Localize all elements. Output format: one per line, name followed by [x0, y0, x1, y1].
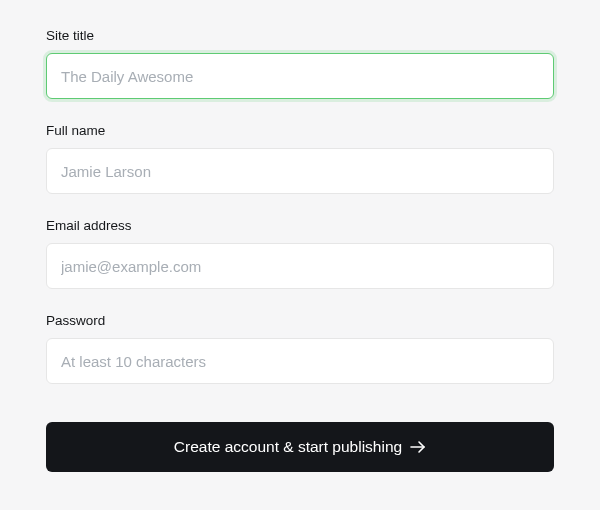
full-name-field: Full name	[46, 123, 554, 194]
email-label: Email address	[46, 218, 554, 233]
full-name-input[interactable]	[46, 148, 554, 194]
arrow-right-icon	[410, 440, 426, 454]
setup-form: Site title Full name Email address Passw…	[46, 28, 554, 472]
password-field: Password	[46, 313, 554, 384]
create-account-button[interactable]: Create account & start publishing	[46, 422, 554, 472]
site-title-field: Site title	[46, 28, 554, 99]
password-label: Password	[46, 313, 554, 328]
email-input[interactable]	[46, 243, 554, 289]
submit-button-label: Create account & start publishing	[174, 438, 402, 456]
password-input[interactable]	[46, 338, 554, 384]
site-title-label: Site title	[46, 28, 554, 43]
site-title-input[interactable]	[46, 53, 554, 99]
full-name-label: Full name	[46, 123, 554, 138]
email-field: Email address	[46, 218, 554, 289]
